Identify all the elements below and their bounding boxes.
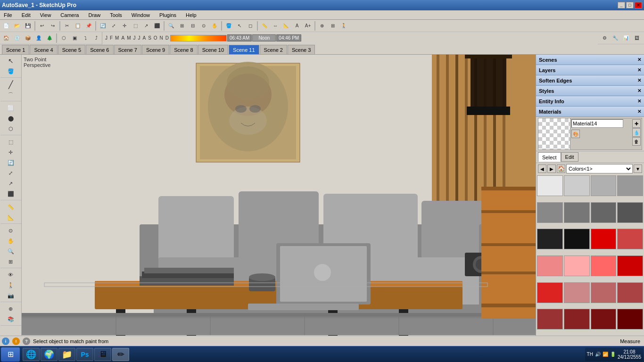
zoom-window-tool[interactable]: ⊞ xyxy=(6,256,16,267)
minimize-button[interactable]: _ xyxy=(618,2,625,8)
home-button[interactable]: 🏠 xyxy=(557,165,565,173)
maximize-button[interactable]: □ xyxy=(626,2,634,8)
swatch-vdarkred1[interactable] xyxy=(537,309,563,329)
arc-tool[interactable]: ⌒ xyxy=(6,90,16,100)
close-button[interactable]: ✕ xyxy=(635,2,642,8)
scene-tab-5[interactable]: Scene 5 xyxy=(58,45,85,54)
details-button[interactable]: ▼ xyxy=(634,165,642,173)
copy-button[interactable]: 📋 xyxy=(73,21,83,31)
person-button[interactable]: 👤 xyxy=(33,33,44,43)
export-button[interactable]: ⤴ xyxy=(91,33,101,43)
circle-tool[interactable]: ⬤ xyxy=(6,113,16,123)
look-around-tool[interactable]: 👁 xyxy=(6,270,16,280)
eraser-button[interactable]: ◻ xyxy=(245,21,256,31)
swatch-black[interactable] xyxy=(564,229,590,249)
select-button-mat[interactable]: Select xyxy=(538,152,561,162)
rotate-button[interactable]: 🔄 xyxy=(98,21,108,31)
protractor-tool[interactable]: 📐 xyxy=(6,212,16,222)
group-button[interactable]: ▣ xyxy=(69,33,80,43)
undo-button[interactable]: ↩ xyxy=(37,21,47,31)
swatch-red-light1[interactable] xyxy=(617,229,643,249)
select-tool[interactable]: ↖ xyxy=(6,56,16,66)
swatch-white[interactable] xyxy=(537,175,563,196)
component-button[interactable]: ⬡ xyxy=(58,33,69,43)
swatch-red2[interactable] xyxy=(591,255,617,276)
tape-tool[interactable]: 📏 xyxy=(6,202,16,212)
materials-close[interactable]: ✕ xyxy=(637,109,641,114)
open-button[interactable]: 📂 xyxy=(12,21,22,31)
menu-edit[interactable]: Edit xyxy=(19,12,33,18)
swatch-darkred2[interactable] xyxy=(564,282,590,303)
styles-close[interactable]: ✕ xyxy=(637,88,641,93)
swatch-vdarkred4[interactable] xyxy=(617,309,643,329)
scale-tool[interactable]: ⤢ xyxy=(6,168,16,178)
edit-button-mat[interactable]: Edit xyxy=(561,152,578,162)
swatch-red3[interactable] xyxy=(617,255,643,276)
select-button[interactable]: ↖ xyxy=(234,21,245,31)
taskbar-browser[interactable]: 🌐 xyxy=(23,348,40,361)
pan-tool[interactable]: ✋ xyxy=(6,236,16,246)
zoom-button[interactable]: 🔍 xyxy=(166,21,176,31)
orbit-button[interactable]: ⊙ xyxy=(198,21,209,31)
zoom-tool[interactable]: 🔍 xyxy=(6,246,16,256)
tape-button[interactable]: 📏 xyxy=(259,21,270,31)
scene-tab-11[interactable]: Scene 11 xyxy=(229,45,259,54)
material-sample-btn[interactable]: 💧 xyxy=(632,128,641,137)
scene-tab-6[interactable]: Scene 6 xyxy=(86,45,113,54)
walk-button[interactable]: 🚶 xyxy=(339,21,349,31)
dim-button[interactable]: ↔ xyxy=(270,21,281,31)
new-button[interactable]: 📄 xyxy=(1,21,11,31)
taskbar-sketchup[interactable]: ✏ xyxy=(112,348,129,361)
section-button[interactable]: ⊞ xyxy=(328,21,338,31)
swatch-pink1[interactable] xyxy=(537,255,563,276)
material-delete-btn[interactable]: 🗑 xyxy=(632,137,641,146)
tree-button[interactable]: 🌲 xyxy=(44,33,55,43)
scene-tab-9[interactable]: Scene 9 xyxy=(142,45,169,54)
swatch-lightgray2[interactable] xyxy=(591,175,617,196)
follow-tool[interactable]: ↗ xyxy=(6,178,16,189)
layers-panel-close[interactable]: ✕ xyxy=(637,67,641,73)
swatch-darkred1[interactable] xyxy=(537,282,563,303)
scene-tab-8[interactable]: Scene 8 xyxy=(170,45,197,54)
rotate-tool[interactable]: 🔄 xyxy=(6,157,16,168)
material-color-btn[interactable]: 🎨 xyxy=(571,130,580,138)
forward-button[interactable]: ▶ xyxy=(547,165,556,173)
cut-button[interactable]: ✂ xyxy=(62,21,72,31)
push-pull-button[interactable]: ⬚ xyxy=(130,21,140,31)
swatch-gray2[interactable] xyxy=(537,202,563,223)
settings-tool-2[interactable]: 🔧 xyxy=(610,33,620,43)
swatch-gray1[interactable] xyxy=(617,175,643,196)
move-tool[interactable]: ✛ xyxy=(6,147,16,157)
settings-tool-3[interactable]: 📊 xyxy=(621,33,631,43)
taskbar-explorer[interactable]: 📁 xyxy=(58,348,75,361)
menu-window[interactable]: Window xyxy=(129,12,153,18)
swatch-darkred3[interactable] xyxy=(591,282,617,303)
walk-tool[interactable]: 🚶 xyxy=(6,280,16,290)
offset-tool[interactable]: ⬛ xyxy=(6,189,16,199)
swatch-gray3[interactable] xyxy=(564,202,590,223)
import-button[interactable]: ⤵ xyxy=(80,33,91,43)
material-create-btn[interactable]: ✚ xyxy=(632,119,641,128)
polygon-tool[interactable]: ⬡ xyxy=(6,123,16,134)
cube-button[interactable]: 📦 xyxy=(23,33,33,43)
redo-button[interactable]: ↪ xyxy=(48,21,58,31)
swatch-gray4[interactable] xyxy=(591,202,617,223)
swatch-vdarkred3[interactable] xyxy=(591,309,617,329)
scene-tab-2[interactable]: Scene 2 xyxy=(260,45,287,54)
menu-tools[interactable]: Tools xyxy=(107,12,125,18)
menu-view[interactable]: View xyxy=(37,12,54,18)
disk-button[interactable]: 💿 xyxy=(12,33,22,43)
pan-button[interactable]: ✋ xyxy=(209,21,220,31)
swatch-darkred4[interactable] xyxy=(617,282,643,303)
colors-dropdown[interactable]: Colors<1> Colors<2> Colors Named Brick a… xyxy=(566,164,633,173)
soften-edges-close[interactable]: ✕ xyxy=(637,78,641,83)
menu-file[interactable]: File xyxy=(1,12,15,18)
menu-camera[interactable]: Camera xyxy=(58,12,82,18)
menu-help[interactable]: Help xyxy=(183,12,199,18)
scene-tab-7[interactable]: Scene 7 xyxy=(114,45,141,54)
taskbar-browser2[interactable]: 🌍 xyxy=(41,348,58,361)
paint-button[interactable]: 🪣 xyxy=(223,21,234,31)
paste-button[interactable]: 📌 xyxy=(83,21,94,31)
offset-button[interactable]: ⬛ xyxy=(152,21,162,31)
3dtext-button[interactable]: A+ xyxy=(303,21,313,31)
